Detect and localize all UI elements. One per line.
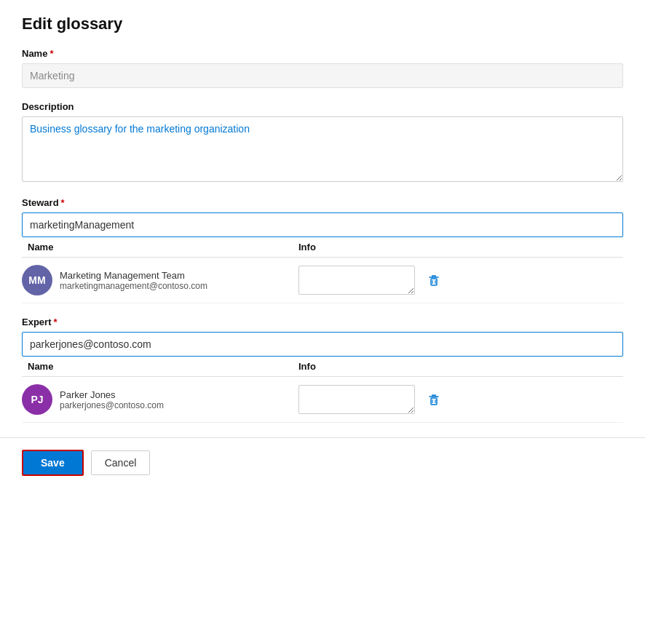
steward-input[interactable] [22,212,623,237]
steward-col-info: Info [298,242,430,253]
steward-field-group: Steward * Name Info MM Marketing Managem… [22,197,623,303]
steward-person-info: Marketing Management Team marketingmanag… [60,270,293,291]
expert-label: Expert * [22,317,623,327]
description-label: Description [22,101,623,112]
name-input[interactable] [22,63,623,88]
expert-table-header: Name Info [22,357,623,377]
steward-table-header: Name Info [22,237,623,258]
steward-required-star: * [61,197,65,208]
expert-person-info: Parker Jones parkerjones@contoso.com [60,389,293,410]
steward-delete-button[interactable] [427,273,441,287]
edit-glossary-container: Edit glossary Name * Description Steward… [0,0,645,423]
expert-input[interactable] [22,332,623,357]
steward-col-name: Name [22,242,298,253]
description-field-group: Description [22,101,623,184]
expert-field-group: Expert * Name Info PJ Parker Jones parke… [22,317,623,423]
steward-avatar: MM [22,265,52,295]
expert-col-info: Info [298,361,430,372]
steward-info-textarea[interactable] [298,266,415,295]
cancel-button[interactable]: Cancel [91,450,151,475]
steward-label: Steward * [22,197,623,208]
steward-name-col: MM Marketing Management Team marketingma… [22,265,298,295]
expert-person-name: Parker Jones [60,389,293,400]
name-field-group: Name * [22,48,623,88]
name-label: Name * [22,48,623,59]
name-required-star: * [50,48,53,59]
page-title: Edit glossary [22,15,623,33]
expert-avatar: PJ [22,384,52,415]
steward-person-email: marketingmanagement@contoso.com [60,281,293,291]
expert-info-textarea[interactable] [298,385,415,414]
trash-icon [427,273,441,287]
svg-rect-3 [431,398,437,405]
expert-col-name: Name [22,361,298,372]
steward-person-name: Marketing Management Team [60,270,293,281]
expert-person-email: parkerjones@contoso.com [60,400,293,410]
description-textarea[interactable] [22,116,623,182]
expert-table-row: PJ Parker Jones parkerjones@contoso.com [22,377,623,423]
expert-name-col: PJ Parker Jones parkerjones@contoso.com [22,384,298,415]
expert-delete-button[interactable] [427,392,441,407]
save-button[interactable]: Save [22,450,84,476]
steward-table-row: MM Marketing Management Team marketingma… [22,258,623,303]
expert-required-star: * [53,317,57,327]
footer-bar: Save Cancel [0,437,645,488]
svg-rect-0 [431,279,437,285]
trash-icon [427,392,441,407]
